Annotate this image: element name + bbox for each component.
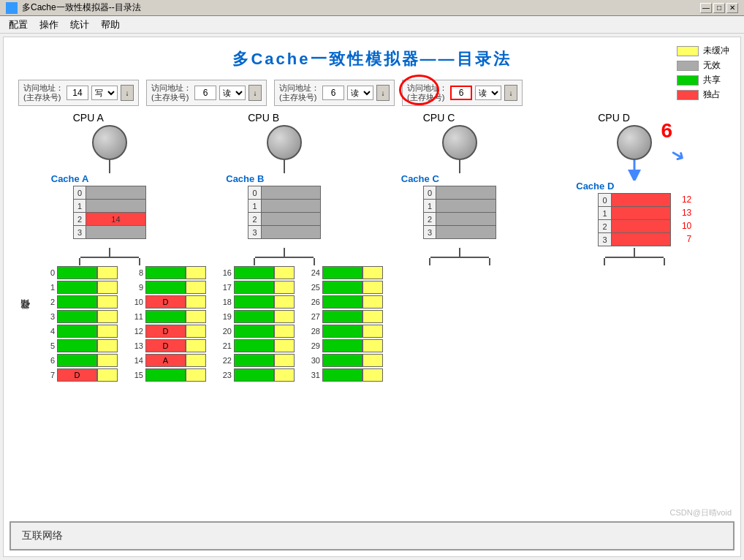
mem-b-cell-14: A	[145, 354, 186, 367]
cache-d-row-2: 2	[599, 220, 671, 233]
memory-section-label: 存储器	[18, 295, 31, 317]
mem-b-dir-8	[186, 266, 206, 279]
mem-b-dir-11	[186, 310, 206, 323]
cache-a-row-0: 0	[73, 186, 145, 200]
mem-b-dir-9	[186, 281, 206, 294]
cache-d-row-0: 0	[599, 194, 671, 207]
legend-shared: 共享	[677, 74, 729, 86]
cache-a-row-1: 1	[73, 200, 145, 213]
access-arrow-2[interactable]: ↓	[248, 85, 262, 101]
mem-a-dir-2	[97, 295, 118, 309]
cache-c-row-2: 2	[423, 213, 496, 226]
mem-c-row-19: 19	[218, 309, 295, 324]
menu-help[interactable]: 帮助	[95, 17, 126, 33]
access-row: 访问地址：(主存块号) 写读 ↓ 访问地址：(主存块号) 读写 ↓ 访问地址：(…	[4, 74, 740, 112]
menu-operate[interactable]: 操作	[34, 17, 64, 33]
connector-row	[15, 248, 729, 265]
mem-c-dir-18	[274, 295, 295, 309]
mem-d-dir-24	[362, 266, 383, 279]
access-arrow-1[interactable]: ↓	[121, 85, 134, 101]
mem-a-cell-2	[57, 295, 97, 309]
access-label-2: 访问地址：(主存块号)	[151, 83, 191, 102]
mem-a-cell-0	[57, 266, 97, 279]
legend-color-shared	[677, 75, 699, 86]
mem-d-cell-29	[322, 339, 362, 352]
cache-d-table: 0 1 2 3	[598, 193, 671, 246]
access-input-2[interactable]	[194, 86, 216, 100]
mem-c-row-16: 16	[218, 265, 295, 280]
title-bar: 多Cache一致性模拟器--目录法 — □ ✕	[0, 0, 744, 16]
mem-a-row-4: 4	[41, 324, 118, 338]
cache-a-table: 0 1 2 14 3	[73, 186, 146, 239]
cache-c-row-0: 0	[423, 186, 496, 200]
cpu-d-column: CPU D Cache D 0	[572, 112, 696, 246]
cache-a-label: Cache A	[51, 173, 89, 184]
mem-b-dir-15	[186, 368, 206, 382]
diagram-container: 6 ➜ CPU A Cache A 0 1	[15, 112, 729, 382]
cache-b-table: 0 1 2 3	[248, 186, 321, 239]
mem-b-row-14: 14 A	[129, 353, 206, 368]
annotation-6: 6	[661, 119, 672, 143]
menu-stats[interactable]: 统计	[64, 17, 95, 33]
cache-d-num-0: 12	[682, 194, 691, 205]
minimize-button[interactable]: —	[700, 3, 712, 13]
access-select-2[interactable]: 读写	[219, 86, 246, 100]
mem-a-dir-3	[97, 310, 118, 323]
legend-label-unbuffered: 未缓冲	[703, 45, 729, 57]
access-select-1[interactable]: 写读	[91, 86, 118, 100]
menu-config[interactable]: 配置	[3, 17, 34, 33]
mem-c-row-20: 20	[218, 324, 295, 338]
cpu-c-column: CPU C Cache C 0 1 2	[398, 112, 522, 246]
mem-c-row-23: 23	[218, 368, 295, 382]
mem-b-cell-15	[145, 368, 186, 382]
mem-c-dir-21	[274, 339, 295, 352]
mem-c-dir-20	[274, 325, 295, 338]
access-group-3: 访问地址：(主存块号) 读写 ↓	[274, 80, 395, 106]
mem-d-row-31: 31	[306, 368, 383, 382]
access-arrow-3[interactable]: ↓	[376, 85, 390, 101]
mem-d-dir-27	[362, 310, 383, 323]
cache-c-label: Cache C	[401, 173, 439, 184]
mem-a-dir-1	[97, 281, 118, 294]
mem-d-cell-25	[322, 281, 362, 294]
mem-d-dir-31	[362, 368, 383, 382]
access-input-1[interactable]	[67, 86, 88, 100]
cache-a-row-2: 2 14	[73, 213, 145, 226]
cpu-b-column: CPU B Cache B 0 1 2	[222, 112, 346, 246]
conn-d-vlines	[604, 258, 665, 265]
access-select-3[interactable]: 读写	[347, 86, 373, 100]
cpu-c-connector	[459, 160, 460, 173]
mem-d-dir-28	[362, 325, 383, 338]
conn-b-vlines	[254, 258, 315, 265]
mem-a-dir-4	[97, 325, 118, 338]
mem-b-row-15: 15	[129, 368, 206, 382]
cpu-c-label: CPU C	[423, 112, 455, 124]
conn-a	[48, 248, 172, 265]
mem-a-row-6: 6	[41, 353, 118, 368]
mem-d-dir-29	[362, 339, 383, 352]
access-input-3[interactable]	[322, 86, 344, 100]
mem-d-row-24: 24	[306, 265, 383, 280]
access-arrow-4[interactable]: ↓	[504, 85, 517, 101]
maximize-button[interactable]: □	[713, 3, 725, 13]
access-select-4[interactable]: 读写	[475, 86, 501, 100]
cache-c-row-1: 1	[423, 200, 496, 213]
memory-block-b: 8 9 10 D 11	[129, 265, 206, 382]
mem-c-cell-20	[234, 325, 274, 338]
cache-b-row-1: 1	[248, 200, 321, 213]
legend-unbuffered: 未缓冲	[677, 45, 729, 57]
conn-c-vl	[429, 258, 430, 265]
conn-a-line	[109, 248, 110, 257]
conn-b	[222, 248, 346, 265]
mem-a-row-5: 5	[41, 338, 118, 353]
mem-b-row-9: 9	[129, 280, 206, 295]
mem-c-cell-21	[234, 339, 274, 352]
mem-a-cell-6	[57, 354, 97, 367]
close-button[interactable]: ✕	[726, 3, 738, 13]
access-input-4[interactable]	[450, 86, 472, 100]
mem-a-row-3: 3	[41, 309, 118, 324]
conn-d-vl	[604, 258, 605, 265]
mem-a-dir-6	[97, 354, 118, 367]
mem-c-cell-18	[234, 295, 274, 309]
mem-b-dir-10	[186, 295, 206, 309]
